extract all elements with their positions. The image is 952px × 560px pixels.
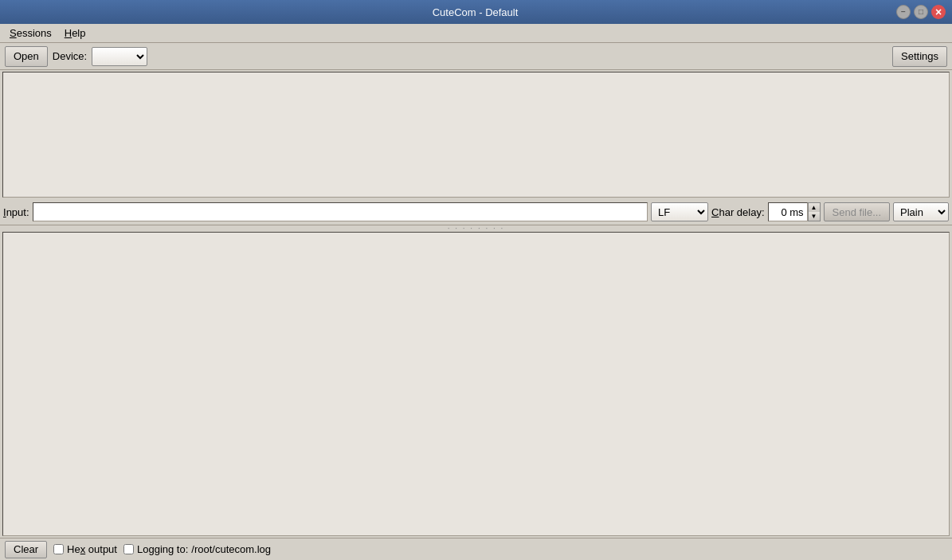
clear-button[interactable]: Clear bbox=[5, 541, 47, 558]
resize-handle[interactable]: · · · · · · · · bbox=[0, 225, 952, 230]
hex-output-label: Hex output bbox=[67, 543, 117, 555]
input-field[interactable] bbox=[33, 202, 648, 221]
char-delay-label: Char delay: bbox=[711, 206, 764, 218]
toolbar: Open Device: Settings bbox=[0, 43, 952, 70]
input-label: Input: bbox=[3, 206, 29, 218]
hex-output-area: Hex output bbox=[53, 543, 117, 555]
spinner-down-button[interactable]: ▼ bbox=[809, 212, 820, 221]
input-row: Input: LF CR CR+LF None Char delay: ▲ ▼ … bbox=[0, 199, 952, 225]
hex-output-checkbox[interactable] bbox=[53, 544, 64, 554]
window-title: CuteCom - Default bbox=[54, 6, 896, 18]
status-bar: Clear Hex output Logging to: /root/cutec… bbox=[0, 538, 952, 560]
maximize-button[interactable]: □ bbox=[914, 5, 928, 19]
plain-select[interactable]: Plain Hex bbox=[893, 202, 949, 221]
logging-to-label: Logging to: bbox=[137, 543, 188, 555]
device-label: Device: bbox=[53, 50, 87, 62]
menu-bar: SSessionsessions Help bbox=[0, 24, 952, 43]
logging-area: Logging to: /root/cutecom.log bbox=[123, 543, 271, 555]
device-select[interactable] bbox=[92, 47, 147, 66]
open-button[interactable]: Open bbox=[5, 46, 48, 67]
window-controls: − □ bbox=[896, 5, 946, 19]
char-delay-spinner: ▲ ▼ bbox=[808, 202, 821, 221]
logging-path: /root/cutecom.log bbox=[191, 543, 271, 555]
resize-dots-icon: · · · · · · · · bbox=[448, 224, 505, 233]
char-delay-input[interactable] bbox=[768, 202, 808, 221]
main-content: Input: LF CR CR+LF None Char delay: ▲ ▼ … bbox=[0, 70, 952, 560]
char-delay-control: ▲ ▼ bbox=[768, 202, 821, 221]
spinner-up-button[interactable]: ▲ bbox=[809, 203, 820, 212]
close-button[interactable] bbox=[931, 5, 946, 19]
logging-checkbox[interactable] bbox=[123, 544, 134, 554]
sessions-menu[interactable]: SSessionsessions bbox=[3, 25, 58, 41]
send-file-button[interactable]: Send file... bbox=[824, 202, 890, 221]
settings-button[interactable]: Settings bbox=[892, 46, 947, 67]
top-output-area bbox=[2, 72, 950, 198]
help-menu[interactable]: Help bbox=[58, 25, 92, 41]
minimize-button[interactable]: − bbox=[896, 5, 911, 19]
lf-select[interactable]: LF CR CR+LF None bbox=[651, 202, 708, 221]
bottom-output-area bbox=[2, 232, 950, 536]
title-bar: CuteCom - Default − □ bbox=[0, 0, 952, 24]
